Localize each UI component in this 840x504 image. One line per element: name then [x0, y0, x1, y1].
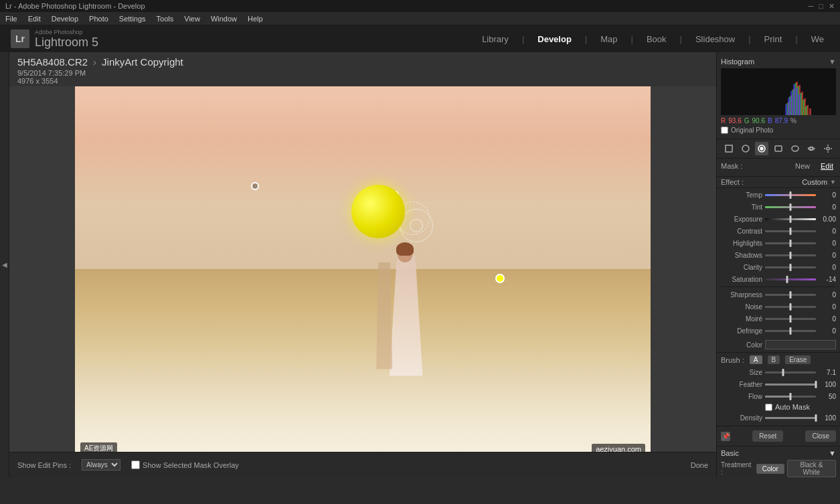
- brand-text: Adobe Photoshop: [35, 29, 98, 35]
- spot-heal-icon[interactable]: [739, 142, 752, 155]
- histogram-toggle[interactable]: ▼: [829, 58, 836, 66]
- mask-edit-btn[interactable]: Edit: [818, 161, 836, 171]
- close-btn[interactable]: ✕: [829, 2, 835, 11]
- menu-tools[interactable]: Tools: [157, 15, 174, 23]
- nav-slideshow[interactable]: Slideshow: [690, 34, 740, 44]
- original-photo-row: Original Photo: [721, 124, 836, 136]
- color-treatment-btn[interactable]: Color: [756, 464, 784, 474]
- flow-track[interactable]: [765, 396, 816, 398]
- auto-mask-row: Auto Mask: [765, 403, 836, 411]
- shadows-track[interactable]: [765, 254, 816, 256]
- tint-thumb[interactable]: [790, 203, 792, 211]
- defringe-track[interactable]: [765, 330, 816, 332]
- auto-mask-checkbox[interactable]: [765, 404, 772, 411]
- left-panel-toggle[interactable]: ◀: [0, 52, 9, 477]
- active-pin[interactable]: [495, 274, 505, 283]
- bw-treatment-btn[interactable]: Black & White: [787, 460, 836, 477]
- pin-icon[interactable]: 📌: [721, 432, 730, 441]
- title-bar: Lr - Adobe Photoshop Lightroom - Develop…: [0, 0, 840, 12]
- reset-btn[interactable]: Reset: [752, 430, 783, 442]
- size-track[interactable]: [765, 371, 816, 373]
- feather-thumb[interactable]: [815, 381, 817, 388]
- original-photo-checkbox[interactable]: [721, 127, 728, 134]
- brush-a-btn[interactable]: A: [750, 355, 762, 364]
- exposure-thumb[interactable]: [790, 216, 792, 223]
- pin-dot-1[interactable]: [251, 182, 259, 190]
- mask-label: Mask :: [721, 162, 742, 170]
- yellow-balloon: [351, 185, 405, 238]
- red-eye-icon[interactable]: [805, 142, 818, 155]
- tint-track[interactable]: [765, 206, 816, 208]
- close-edit-btn[interactable]: Close: [805, 430, 836, 442]
- auto-mask-label: Auto Mask: [775, 403, 810, 411]
- size-thumb[interactable]: [782, 369, 784, 376]
- nav-web[interactable]: We: [806, 34, 829, 44]
- clarity-slider-row: Clarity 0: [721, 262, 836, 272]
- basic-toggle[interactable]: ▼: [829, 449, 836, 457]
- effect-value[interactable]: Custom ▼: [802, 178, 836, 186]
- flow-fill: [765, 396, 790, 398]
- action-row: 📌 Reset Close: [717, 426, 840, 446]
- adjustment-brush-icon[interactable]: [755, 142, 768, 155]
- image-canvas[interactable]: aeziyuan.com AE资源网: [9, 86, 716, 452]
- nav-map[interactable]: Map: [595, 34, 622, 44]
- menu-file[interactable]: File: [5, 15, 17, 23]
- highlights-track[interactable]: [765, 242, 816, 244]
- contrast-thumb[interactable]: [790, 228, 792, 235]
- temp-track[interactable]: [765, 194, 816, 196]
- flow-thumb[interactable]: [790, 393, 792, 400]
- menu-photo[interactable]: Photo: [89, 15, 108, 23]
- moire-track[interactable]: [765, 318, 816, 320]
- exposure-track[interactable]: [765, 218, 816, 220]
- color-swatch[interactable]: [765, 340, 836, 349]
- noise-track[interactable]: [765, 306, 816, 308]
- svg-rect-18: [785, 104, 787, 115]
- highlights-thumb[interactable]: [790, 240, 792, 247]
- radial-filter-icon[interactable]: [788, 142, 802, 155]
- graduated-filter-icon[interactable]: [772, 142, 785, 155]
- saturation-track[interactable]: [765, 278, 816, 280]
- nav-develop[interactable]: Develop: [532, 34, 577, 44]
- shadows-thumb[interactable]: [790, 252, 792, 259]
- filename: 5H5A8408.CR2: [17, 56, 88, 68]
- treatment-row: Treatment : Color Black & White: [721, 460, 836, 477]
- title-text: Lr - Adobe Photoshop Lightroom - Develop: [5, 2, 145, 10]
- feather-track[interactable]: [765, 384, 816, 386]
- noise-thumb[interactable]: [790, 303, 792, 311]
- moire-thumb[interactable]: [790, 315, 792, 323]
- menu-window[interactable]: Window: [211, 15, 237, 23]
- settings-icon[interactable]: [821, 142, 835, 155]
- menu-edit[interactable]: Edit: [28, 15, 41, 23]
- sharpness-track[interactable]: [765, 294, 816, 296]
- sharpness-thumb[interactable]: [790, 291, 792, 299]
- basic-label: Basic: [721, 449, 739, 457]
- mask-section: Mask : New Edit: [717, 159, 840, 177]
- show-mask-label[interactable]: Show Selected Mask Overlay: [131, 460, 239, 469]
- menu-settings[interactable]: Settings: [119, 15, 146, 23]
- show-mask-checkbox[interactable]: [131, 460, 140, 469]
- nav-library[interactable]: Library: [477, 34, 514, 44]
- saturation-thumb[interactable]: [786, 276, 788, 283]
- contrast-track[interactable]: [765, 230, 816, 232]
- clarity-thumb[interactable]: [790, 264, 792, 271]
- brush-erase-btn[interactable]: Erase: [785, 355, 811, 364]
- show-edit-pins-select[interactable]: Always: [82, 459, 120, 471]
- maximize-btn[interactable]: □: [819, 2, 823, 11]
- sharpness-slider-row: Sharpness 0: [721, 289, 836, 300]
- brush-b-btn[interactable]: B: [768, 355, 780, 364]
- density-thumb[interactable]: [815, 414, 817, 422]
- mask-new-btn[interactable]: New: [792, 161, 813, 171]
- defringe-thumb[interactable]: [790, 327, 792, 335]
- temp-thumb[interactable]: [790, 191, 792, 199]
- menu-help[interactable]: Help: [248, 15, 263, 23]
- nav-print[interactable]: Print: [759, 34, 788, 44]
- density-track[interactable]: [765, 417, 816, 419]
- basic-section: Basic ▼ Treatment : Color Black & White …: [717, 446, 840, 477]
- clarity-track[interactable]: [765, 266, 816, 268]
- minimize-btn[interactable]: ─: [809, 2, 814, 11]
- nav-book[interactable]: Book: [641, 34, 672, 44]
- menu-view[interactable]: View: [184, 15, 200, 23]
- svg-point-29: [792, 146, 799, 151]
- crop-tool-icon[interactable]: [722, 142, 736, 155]
- menu-develop[interactable]: Develop: [52, 15, 78, 23]
